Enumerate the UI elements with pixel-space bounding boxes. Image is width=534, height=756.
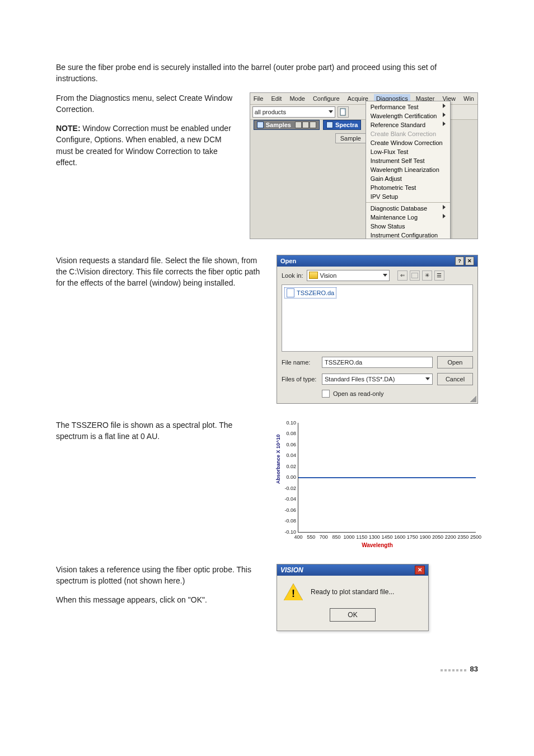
spectral-plot: Absorbance X 10^10 0.100.080.060.040.020…: [277, 419, 478, 548]
file-item-tsszero[interactable]: TSSZERO.da: [284, 287, 336, 298]
lookin-label: Look in:: [282, 272, 303, 279]
chart-ytick: 0.10: [279, 420, 296, 426]
back-button[interactable]: ⇐: [397, 270, 407, 281]
step3-paragraph: The TSSZERO file is shown as a spectral …: [56, 419, 266, 442]
chart-xtick: 1750: [407, 534, 418, 540]
warning-icon: !: [284, 584, 303, 600]
chart-xtick: 1600: [394, 534, 405, 540]
lookin-combo[interactable]: Vision: [307, 270, 390, 281]
dropdown-icon: [425, 377, 430, 380]
message-box-text: Ready to plot standard file...: [311, 588, 394, 596]
chart-ytick: 0.06: [279, 442, 296, 447]
cancel-button[interactable]: Cancel: [437, 373, 473, 385]
mi-show-status[interactable]: Show Status: [366, 222, 450, 231]
open-button[interactable]: Open: [437, 356, 473, 368]
file-list[interactable]: TSSZERO.da: [282, 284, 473, 352]
menu-mode[interactable]: Mode: [287, 94, 307, 103]
child-window-spectra[interactable]: Spectra: [323, 120, 361, 130]
note-label: NOTE:: [56, 124, 81, 133]
step4a-paragraph: Vision takes a reference using the fiber…: [56, 564, 266, 587]
new-folder-button[interactable]: ✳: [422, 270, 432, 281]
mi-diagnostic-database[interactable]: Diagnostic Database: [366, 204, 450, 213]
submenu-icon: [443, 104, 446, 108]
message-box: VISION ✕ ! Ready to plot standard file..…: [277, 564, 429, 631]
sample-tab[interactable]: Sample: [335, 133, 366, 143]
chart-xtick: 2200: [445, 534, 456, 540]
chart-xtick: 1900: [419, 534, 430, 540]
mi-create-window-correction[interactable]: Create Window Correction: [366, 138, 450, 147]
close-button[interactable]: ✕: [465, 256, 474, 265]
message-box-title: VISION: [280, 566, 303, 574]
filetype-label: Files of type:: [282, 376, 317, 382]
diagnostics-dropdown: Performance Test Wavelength Certificatio…: [366, 101, 451, 239]
mi-low-flux-test[interactable]: Low-Flux Test: [366, 147, 450, 156]
mi-maintenance-log[interactable]: Maintenance Log: [366, 213, 450, 222]
mi-photometric-test[interactable]: Photometric Test: [366, 183, 450, 192]
menu-file[interactable]: File: [251, 94, 266, 103]
menu-win[interactable]: Win: [461, 94, 476, 103]
chart-ytick: 0.08: [279, 431, 296, 436]
mi-instrument-self-test[interactable]: Instrument Self Test: [366, 156, 450, 165]
menu-edit[interactable]: Edit: [269, 94, 284, 103]
view-menu-button[interactable]: ☰: [434, 270, 444, 281]
filetype-combo[interactable]: Standard Files (TSS*.DA): [322, 374, 433, 385]
mi-gain-adjust[interactable]: Gain Adjust: [366, 174, 450, 183]
chart-plot-area: 0.100.080.060.040.020.00-0.02-0.04-0.06-…: [298, 423, 476, 533]
dropdown-icon: [329, 110, 333, 113]
chart-xtick: 1000: [344, 534, 355, 540]
chart-xtick: 1300: [369, 534, 380, 540]
menu-configure[interactable]: Configure: [311, 94, 342, 103]
intro-paragraph: Be sure the fiber probe end is securely …: [56, 62, 478, 85]
chart-ytick: -0.06: [279, 507, 296, 513]
product-combo[interactable]: all products: [252, 106, 335, 118]
file-icon: [287, 288, 294, 297]
chart-series-line: [298, 477, 476, 478]
note-paragraph: NOTE: Window Correction must be enabled …: [56, 123, 240, 168]
chart-ytick: -0.04: [279, 496, 296, 502]
chart-ytick: -0.02: [279, 486, 296, 491]
step2-paragraph: Vision requests a standard file. Select …: [56, 255, 266, 289]
up-folder-button[interactable]: [410, 270, 420, 281]
ok-button[interactable]: OK: [330, 608, 376, 622]
submenu-icon: [443, 214, 446, 218]
product-combo-value: all products: [255, 109, 286, 115]
chart-xtick: 850: [332, 534, 340, 540]
message-box-title-bar: VISION ✕: [277, 564, 428, 576]
help-button[interactable]: ?: [455, 256, 464, 265]
chart-ytick: 0.02: [279, 464, 296, 469]
chart-xtick: 2500: [470, 534, 481, 540]
lookin-value: Vision: [320, 272, 337, 279]
mi-create-blank-correction: Create Blank Correction: [366, 129, 450, 138]
readonly-checkbox[interactable]: [322, 390, 330, 398]
chart-xtick: 1450: [381, 534, 392, 540]
readonly-label: Open as read-only: [333, 390, 384, 397]
mi-performance-test[interactable]: Performance Test: [366, 102, 450, 111]
mi-reference-standard[interactable]: Reference Standard: [366, 120, 450, 129]
chart-xlabel: Wavelength: [362, 542, 393, 548]
chart-ytick: -0.08: [279, 518, 296, 524]
close-button[interactable]: ✕: [415, 566, 425, 575]
chart-xtick: 400: [294, 534, 302, 540]
chart-xtick: 700: [320, 534, 328, 540]
child-window-samples[interactable]: Samples: [254, 120, 320, 130]
page-number: 83: [470, 665, 478, 673]
resize-grip[interactable]: [470, 395, 476, 402]
page-footer: 83: [56, 665, 478, 673]
filetype-value: Standard Files (TSS*.DA): [325, 376, 395, 382]
open-dialog-title: Open: [280, 258, 296, 264]
chart-xtick: 2350: [457, 534, 469, 540]
open-dialog-title-bar: Open ? ✕: [277, 255, 477, 267]
submenu-icon: [443, 113, 446, 117]
filename-input[interactable]: TSSZERO.da: [322, 357, 433, 368]
folder-icon: [309, 272, 318, 279]
dropdown-icon: [383, 274, 387, 277]
mi-wavelength-linearization[interactable]: Wavelength Linearization: [366, 165, 450, 174]
mi-instrument-configuration[interactable]: Instrument Configuration: [366, 231, 450, 239]
chart-ytick: 0.04: [279, 452, 296, 458]
child-window-samples-label: Samples: [266, 122, 291, 128]
mi-ipv-setup[interactable]: IPV Setup: [366, 192, 450, 201]
mi-wavelength-cert[interactable]: Wavelength Certification: [366, 111, 450, 120]
new-doc-button[interactable]: [338, 106, 349, 118]
chart-xtick: 2050: [432, 534, 443, 540]
filename-label: File name:: [282, 359, 317, 366]
